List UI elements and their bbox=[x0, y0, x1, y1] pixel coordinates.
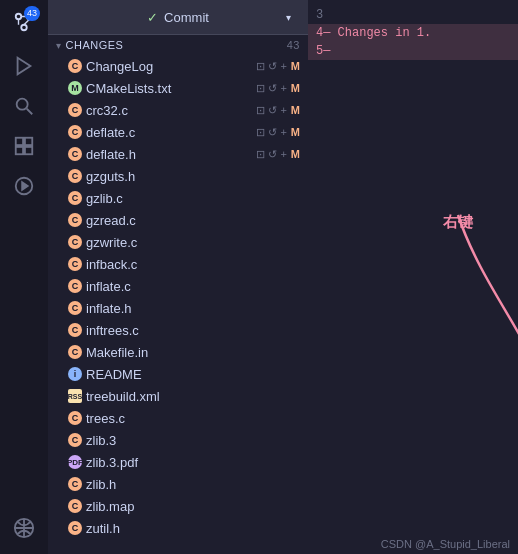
arrow-annotation-svg bbox=[408, 195, 518, 395]
file-item-deflatec[interactable]: C deflate.c ⊡ ↺ + M bbox=[48, 121, 308, 143]
file-item-infbackc[interactable]: C infback.c bbox=[48, 253, 308, 275]
file-item-zlibh[interactable]: C zlib.h bbox=[48, 473, 308, 495]
file-icon-deflateh: C bbox=[68, 147, 82, 161]
file-name-inftreesc: inftrees.c bbox=[86, 323, 300, 338]
file-name-gzlibc: gzlib.c bbox=[86, 191, 300, 206]
file-name-gzwritec: gzwrite.c bbox=[86, 235, 300, 250]
file-item-gzlibc[interactable]: C gzlib.c bbox=[48, 187, 308, 209]
file-item-gzwritec[interactable]: C gzwrite.c bbox=[48, 231, 308, 253]
file-icon-crc32: C bbox=[68, 103, 82, 117]
file-icon-gzreadc: C bbox=[68, 213, 82, 227]
file-item-cmakelists[interactable]: M CMakeLists.txt ⊡ ↺ + M bbox=[48, 77, 308, 99]
right-click-annotation: 右键 bbox=[443, 213, 473, 232]
source-control-badge: 43 bbox=[24, 6, 40, 21]
file-item-readme[interactable]: i README bbox=[48, 363, 308, 385]
commit-button[interactable]: ✓ Commit bbox=[147, 10, 209, 25]
file-status-deflateh: M bbox=[291, 148, 300, 160]
file-icon-readme: i bbox=[68, 367, 82, 381]
svg-marker-3 bbox=[18, 58, 31, 75]
file-name-zlib3pdf: zlib.3.pdf bbox=[86, 455, 300, 470]
svg-point-4 bbox=[17, 99, 28, 110]
svg-point-2 bbox=[21, 25, 27, 31]
main-content: ✓ Commit ▾ ▾ Changes 43 C ChangeLog ⊡ ↺ … bbox=[48, 0, 518, 554]
file-item-zlib3pdf[interactable]: PDF zlib.3.pdf bbox=[48, 451, 308, 473]
file-actions-deflateh: ⊡ ↺ + bbox=[256, 148, 287, 161]
file-item-deflateh[interactable]: C deflate.h ⊡ ↺ + M bbox=[48, 143, 308, 165]
extensions-icon[interactable] bbox=[6, 128, 42, 164]
file-icon-zlib3pdf: PDF bbox=[68, 455, 82, 469]
file-name-zutilh: zutil.h bbox=[86, 521, 300, 536]
file-name-makefile: Makefile.in bbox=[86, 345, 300, 360]
commit-dropdown-button[interactable]: ▾ bbox=[276, 5, 300, 29]
watermark-text: CSDN @A_Stupid_Liberal bbox=[381, 538, 510, 550]
file-name-treebuild: treebuild.xml bbox=[86, 389, 300, 404]
source-control-icon[interactable]: 43 bbox=[6, 4, 42, 40]
file-name-readme: README bbox=[86, 367, 300, 382]
svg-rect-7 bbox=[25, 138, 32, 145]
explorer-icon[interactable] bbox=[6, 48, 42, 84]
file-status-crc32: M bbox=[291, 104, 300, 116]
file-actions-deflatec: ⊡ ↺ + bbox=[256, 126, 287, 139]
file-icon-gzlibc: C bbox=[68, 191, 82, 205]
svg-rect-8 bbox=[16, 147, 23, 154]
changes-header: ▾ Changes 43 bbox=[48, 35, 308, 55]
file-icon-gzwritec: C bbox=[68, 235, 82, 249]
remote-icon[interactable] bbox=[6, 510, 42, 546]
file-item-zlibmap[interactable]: C zlib.map bbox=[48, 495, 308, 517]
file-actions-changelog: ⊡ ↺ + bbox=[256, 60, 287, 73]
svg-rect-9 bbox=[25, 147, 32, 154]
file-name-deflatec: deflate.c bbox=[86, 125, 252, 140]
editor-line-4: 4— Changes in 1. bbox=[308, 24, 518, 42]
file-actions-cmakelists: ⊡ ↺ + bbox=[256, 82, 287, 95]
file-name-crc32: crc32.c bbox=[86, 103, 252, 118]
file-icon-inflatec: C bbox=[68, 279, 82, 293]
file-icon-inftreesc: C bbox=[68, 323, 82, 337]
file-item-gzguts[interactable]: C gzguts.h bbox=[48, 165, 308, 187]
file-name-gzguts: gzguts.h bbox=[86, 169, 300, 184]
file-item-crc32[interactable]: C crc32.c ⊡ ↺ + M bbox=[48, 99, 308, 121]
file-item-treebuild[interactable]: RSS treebuild.xml bbox=[48, 385, 308, 407]
file-name-deflateh: deflate.h bbox=[86, 147, 252, 162]
file-item-treesc[interactable]: C trees.c bbox=[48, 407, 308, 429]
file-status-cmakelists: M bbox=[291, 82, 300, 94]
file-name-zlibh: zlib.h bbox=[86, 477, 300, 492]
file-item-inftreesc[interactable]: C inftrees.c bbox=[48, 319, 308, 341]
file-icon-cmakelists: M bbox=[68, 81, 82, 95]
search-icon[interactable] bbox=[6, 88, 42, 124]
run-icon[interactable] bbox=[6, 168, 42, 204]
file-name-zlibmap: zlib.map bbox=[86, 499, 300, 514]
file-icon-gzguts: C bbox=[68, 169, 82, 183]
file-item-zutilh[interactable]: C zutil.h bbox=[48, 517, 308, 539]
file-actions-crc32: ⊡ ↺ + bbox=[256, 104, 287, 117]
file-item-changelog[interactable]: C ChangeLog ⊡ ↺ + M bbox=[48, 55, 308, 77]
dropdown-arrow-icon: ▾ bbox=[286, 12, 291, 23]
file-icon-zlib3: C bbox=[68, 433, 82, 447]
file-icon-infbackc: C bbox=[68, 257, 82, 271]
changes-chevron-icon: ▾ bbox=[56, 40, 62, 51]
file-icon-zutilh: C bbox=[68, 521, 82, 535]
commit-label: Commit bbox=[164, 10, 209, 25]
file-item-makefile[interactable]: C Makefile.in bbox=[48, 341, 308, 363]
svg-point-0 bbox=[16, 14, 22, 20]
svg-marker-11 bbox=[22, 182, 28, 189]
file-name-gzreadc: gzread.c bbox=[86, 213, 300, 228]
right-click-label-text: 右键 bbox=[443, 213, 473, 230]
source-control-panel: ✓ Commit ▾ ▾ Changes 43 C ChangeLog ⊡ ↺ … bbox=[48, 0, 308, 554]
editor-line-5: 5— bbox=[308, 42, 518, 60]
file-name-inflatec: inflate.c bbox=[86, 279, 300, 294]
file-list: C ChangeLog ⊡ ↺ + M M CMakeLists.txt ⊡ ↺… bbox=[48, 55, 308, 554]
file-icon-changelog: C bbox=[68, 59, 82, 73]
file-icon-zlibh: C bbox=[68, 477, 82, 491]
watermark: CSDN @A_Stupid_Liberal bbox=[381, 538, 510, 550]
file-item-inflateh[interactable]: C inflate.h bbox=[48, 297, 308, 319]
file-name-infbackc: infback.c bbox=[86, 257, 300, 272]
changes-count: 43 bbox=[287, 39, 300, 51]
file-item-zlib3[interactable]: C zlib.3 bbox=[48, 429, 308, 451]
file-item-inflatec[interactable]: C inflate.c bbox=[48, 275, 308, 297]
file-name-cmakelists: CMakeLists.txt bbox=[86, 81, 252, 96]
file-name-treesc: trees.c bbox=[86, 411, 300, 426]
svg-line-5 bbox=[27, 109, 33, 115]
file-item-gzreadc[interactable]: C gzread.c bbox=[48, 209, 308, 231]
commit-bar: ✓ Commit ▾ bbox=[48, 0, 308, 35]
file-icon-inflateh: C bbox=[68, 301, 82, 315]
